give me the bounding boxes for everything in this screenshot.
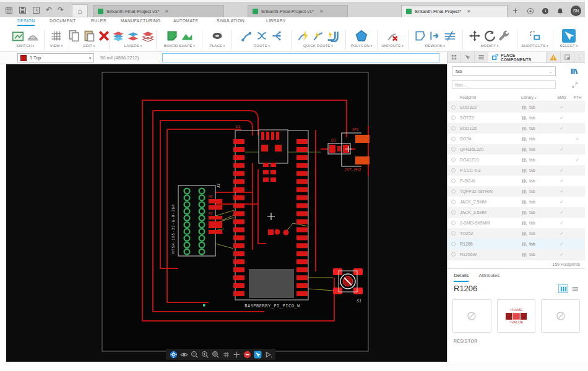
toolbar-group-label[interactable]: REWORK (409, 44, 462, 48)
zoom-window-button[interactable] (211, 350, 220, 359)
move-button[interactable] (469, 30, 481, 42)
panel-menu-kebab[interactable]: ⋮ (574, 52, 585, 62)
pcb-canvas[interactable]: U1 D1 JP1 JST-PH2 RASPBERRY_PI_PICO_W MT… (6, 64, 447, 362)
tab-attributes[interactable]: Attributes (478, 273, 499, 282)
track-button[interactable] (169, 350, 178, 359)
save-button[interactable] (19, 6, 27, 14)
row-radio[interactable] (451, 200, 456, 204)
row-radio[interactable] (451, 105, 456, 109)
board-outline-button[interactable] (166, 30, 178, 42)
row-radio[interactable] (451, 231, 456, 236)
walkthrough-button[interactable] (264, 350, 272, 359)
toolbar-group-label[interactable]: POLYGON (347, 44, 376, 48)
close-icon[interactable]: ✕ (467, 9, 471, 14)
footprint-row[interactable]: QFN36L320fab✓ (447, 144, 585, 155)
list-view-toggle[interactable] (570, 284, 580, 293)
row-radio[interactable] (451, 252, 456, 257)
footprint-row[interactable]: JACK_3.5MMfab✓ (447, 207, 585, 218)
expand-filter-button[interactable] (571, 81, 579, 89)
origin-button[interactable] (232, 350, 241, 359)
toolbar-group-label[interactable]: VIEW (45, 44, 68, 48)
rework-arrow-button[interactable] (429, 30, 441, 42)
place-part-button[interactable] (211, 30, 223, 42)
row-radio[interactable] (451, 189, 456, 194)
profile-avatar[interactable]: SN (571, 6, 581, 16)
toolbar-group-label[interactable]: MODIFY (463, 44, 516, 48)
footprint-row[interactable]: JACK_2.5MMfab✓ (447, 197, 585, 207)
footprint-row[interactable]: DO34fab✓ (447, 134, 585, 144)
switch-schematic-button[interactable] (12, 30, 24, 42)
row-radio[interactable] (451, 168, 456, 173)
zoom-out-button[interactable] (190, 350, 199, 359)
menu-tab-library[interactable]: LIBRARY (266, 19, 286, 25)
header-library[interactable]: Library (521, 95, 553, 100)
toolbar-group-label[interactable]: PLACE (204, 44, 231, 48)
zoom-in-button[interactable] (201, 350, 209, 359)
row-radio[interactable] (451, 137, 456, 141)
preview-card-empty-right[interactable] (541, 299, 580, 333)
job-status-button[interactable] (540, 6, 550, 16)
new-tab-button[interactable] (510, 6, 521, 16)
copy-button[interactable] (68, 30, 80, 42)
panel-tab-warnings[interactable] (547, 52, 561, 62)
panel-tab-place-components[interactable]: PLACE COMPONENTS (488, 52, 547, 62)
row-radio[interactable] (451, 116, 456, 120)
row-radio[interactable] (451, 210, 456, 215)
menu-tab-document[interactable]: DOCUMENT (50, 19, 76, 25)
footprint-row[interactable]: 2-SMD-5X5MMfab✓ (447, 218, 585, 228)
toolbar-group-label[interactable]: EDIT (70, 44, 108, 48)
board-resize-button[interactable] (181, 30, 193, 42)
layers-stack-button[interactable] (112, 30, 124, 42)
quick-route-button[interactable] (297, 30, 309, 42)
toolbar-group-label[interactable]: ROUTE (233, 44, 290, 48)
menu-tab-manufacturing[interactable]: MANUFACTURING (121, 19, 160, 25)
visibility-button[interactable] (179, 350, 188, 359)
rotate-button[interactable] (483, 30, 496, 42)
panel-tab-settings[interactable] (447, 52, 461, 62)
polygon-button[interactable] (355, 30, 368, 42)
toolbar-group-label[interactable]: SHORTCUTS (517, 44, 552, 48)
preview-card-empty-left[interactable] (452, 299, 491, 333)
route-manual-button[interactable] (241, 30, 253, 42)
route-fanout-button[interactable] (270, 30, 283, 42)
tab-details[interactable]: Details (454, 273, 469, 282)
route-differential-button[interactable] (256, 30, 268, 42)
panel-tab-layers[interactable] (475, 52, 488, 62)
redo-icon[interactable]: ↷ (58, 6, 64, 14)
extensions-button[interactable] (525, 6, 535, 16)
toolbar-group-label[interactable]: LAYERS (111, 44, 155, 48)
footprint-row[interactable]: R1206fab✓ (447, 239, 585, 249)
rework-outline-button[interactable] (414, 30, 426, 42)
data-panel-button[interactable] (5, 6, 13, 14)
select-mode-button[interactable] (253, 350, 262, 359)
library-select[interactable]: fab ⌄ (452, 66, 556, 76)
footprint-filter-input[interactable] (452, 80, 556, 89)
footprint-row[interactable]: DO41Z10fab✓ (447, 155, 585, 165)
view-grid-button[interactable] (50, 30, 63, 42)
footprint-row[interactable]: SOT23fab✓ (447, 113, 585, 123)
toolbar-group-label[interactable]: QUICK ROUTE (292, 44, 345, 48)
row-radio[interactable] (451, 147, 456, 151)
unroute-button[interactable] (386, 30, 399, 42)
stop-button[interactable] (243, 350, 251, 359)
delete-button[interactable] (98, 30, 110, 42)
paste-button[interactable] (83, 30, 95, 42)
quick-route-multi-button[interactable] (327, 30, 339, 42)
shortcuts-button[interactable] (529, 30, 541, 42)
grid-settings-button[interactable] (222, 350, 230, 359)
notifications-button[interactable] (555, 6, 565, 16)
toolbar-group-label[interactable]: UNROUTE (378, 44, 407, 48)
menu-tab-simulation[interactable]: SIMULATION (217, 19, 244, 25)
panel-tab-select[interactable] (461, 52, 475, 62)
select-button[interactable] (561, 28, 576, 43)
preview-card-footprint[interactable]: >NAME >VALUE (497, 299, 536, 333)
row-radio[interactable] (451, 158, 456, 162)
layer-pair-button[interactable] (127, 30, 139, 42)
switch-board-button[interactable] (27, 30, 39, 42)
document-tab[interactable]: Srikanth-Final-Project v1*✕ (93, 5, 224, 18)
toolbar-group-label[interactable]: SELECT (553, 44, 584, 48)
row-radio[interactable] (451, 221, 456, 225)
open-library-button[interactable] (569, 66, 579, 76)
close-icon[interactable]: ✕ (165, 9, 169, 14)
footprint-row[interactable]: TQFP32-08THINfab✓ (447, 186, 585, 197)
